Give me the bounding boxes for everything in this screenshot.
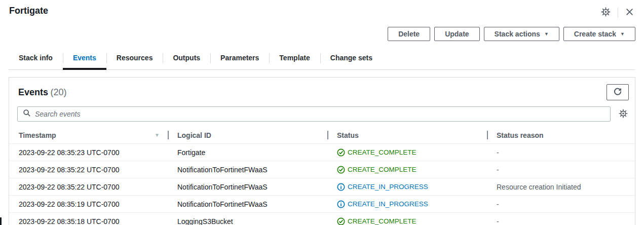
- event-timestamp: 2023-09-22 08:35:23 UTC-0700: [9, 148, 168, 157]
- event-timestamp: 2023-09-22 08:35:22 UTC-0700: [9, 166, 168, 174]
- header-divider: [618, 8, 618, 18]
- close-button[interactable]: [624, 7, 635, 19]
- events-panel-title: Events (20): [18, 87, 67, 98]
- table-body: 2023-09-22 08:35:23 UTC-0700 Fortigate C…: [9, 144, 635, 225]
- column-header-timestamp[interactable]: Timestamp ▼: [9, 127, 168, 143]
- events-count: (20): [50, 87, 66, 97]
- event-status-reason: -: [487, 148, 635, 157]
- event-logical-id: NotificationToFortinetFWaaS: [168, 200, 327, 208]
- status-label: CREATE_COMPLETE: [348, 148, 416, 156]
- stack-actions-toolbar: Delete Update Stack actions ▼ Create sta…: [0, 19, 644, 41]
- sort-desc-icon[interactable]: ▼: [155, 132, 163, 138]
- column-label: Status: [337, 131, 359, 139]
- settings-button[interactable]: [600, 6, 612, 19]
- tab-stack-info[interactable]: Stack info: [9, 49, 63, 70]
- search-row: [9, 104, 635, 127]
- tab-resources[interactable]: Resources: [106, 49, 163, 70]
- success-check-icon: [337, 217, 345, 225]
- tab-change-sets[interactable]: Change sets: [320, 49, 383, 70]
- info-icon: [337, 200, 345, 208]
- table-row[interactable]: 2023-09-22 08:35:22 UTC-0700 Notificatio…: [9, 161, 635, 178]
- tab-events[interactable]: Events: [63, 49, 106, 70]
- event-status: CREATE_IN_PROGRESS: [327, 200, 487, 208]
- event-timestamp: 2023-09-22 08:35:19 UTC-0700: [9, 200, 168, 208]
- refresh-icon: [613, 87, 622, 98]
- refresh-button[interactable]: [607, 84, 629, 100]
- window-header: Fortigate: [0, 0, 644, 19]
- event-status: CREATE_COMPLETE: [327, 166, 487, 174]
- events-panel: Events (20): [9, 77, 635, 225]
- cursor-artifact: [0, 217, 2, 225]
- column-header-status-reason[interactable]: Status reason: [487, 127, 635, 143]
- search-box[interactable]: [17, 106, 611, 122]
- create-stack-dropdown[interactable]: Create stack ▼: [563, 27, 635, 41]
- event-status-reason: -: [487, 217, 635, 225]
- search-icon: [23, 109, 31, 119]
- column-label: Timestamp: [19, 131, 56, 139]
- event-status-reason: -: [487, 166, 635, 174]
- column-header-status[interactable]: Status: [327, 127, 487, 143]
- search-input[interactable]: [35, 110, 605, 118]
- table-row[interactable]: 2023-09-22 08:35:22 UTC-0700 Notificatio…: [9, 178, 635, 196]
- tab-outputs[interactable]: Outputs: [163, 49, 210, 70]
- event-timestamp: 2023-09-22 08:35:22 UTC-0700: [9, 183, 168, 191]
- caret-down-icon: ▼: [544, 30, 549, 38]
- info-icon: [337, 183, 345, 191]
- events-title-text: Events: [18, 87, 48, 97]
- update-button-label: Update: [445, 30, 469, 38]
- stack-actions-dropdown[interactable]: Stack actions ▼: [484, 27, 559, 41]
- event-status: CREATE_COMPLETE: [327, 217, 487, 225]
- stack-tabs: Stack info Events Resources Outputs Para…: [9, 49, 635, 70]
- stack-actions-label: Stack actions: [495, 30, 540, 38]
- delete-button-label: Delete: [398, 30, 420, 38]
- column-header-logical-id[interactable]: Logical ID: [168, 127, 327, 143]
- success-check-icon: [337, 166, 345, 174]
- status-label: CREATE_COMPLETE: [348, 217, 416, 225]
- events-panel-header: Events (20): [9, 78, 635, 104]
- success-check-icon: [337, 148, 345, 157]
- status-label: CREATE_IN_PROGRESS: [348, 200, 428, 208]
- event-status-reason: Resource creation Initiated: [487, 183, 635, 191]
- create-stack-label: Create stack: [574, 30, 616, 38]
- column-label: Logical ID: [177, 131, 211, 139]
- tab-template[interactable]: Template: [269, 49, 320, 70]
- table-row[interactable]: 2023-09-22 08:35:18 UTC-0700 LoggingS3Bu…: [9, 213, 635, 225]
- tab-parameters[interactable]: Parameters: [210, 49, 269, 70]
- event-logical-id: NotificationToFortinetFWaaS: [168, 183, 327, 191]
- page-title: Fortigate: [9, 6, 48, 16]
- table-preferences-button[interactable]: [618, 108, 629, 121]
- gear-icon: [601, 7, 611, 18]
- event-status: CREATE_IN_PROGRESS: [327, 183, 487, 191]
- caret-down-icon: ▼: [620, 30, 625, 38]
- table-row[interactable]: 2023-09-22 08:35:23 UTC-0700 Fortigate C…: [9, 144, 635, 161]
- update-button[interactable]: Update: [434, 27, 479, 41]
- gear-icon: [619, 109, 628, 120]
- status-label: CREATE_IN_PROGRESS: [348, 183, 428, 191]
- event-status: CREATE_COMPLETE: [327, 148, 487, 157]
- table-header: Timestamp ▼ Logical ID Status Status rea…: [9, 127, 635, 144]
- event-logical-id: NotificationToFortinetFWaaS: [168, 166, 327, 174]
- delete-button[interactable]: Delete: [388, 27, 430, 41]
- column-label: Status reason: [497, 131, 544, 139]
- event-timestamp: 2023-09-22 08:35:18 UTC-0700: [9, 217, 168, 225]
- close-icon: [625, 8, 634, 18]
- event-logical-id: LoggingS3Bucket: [168, 217, 327, 225]
- status-label: CREATE_COMPLETE: [348, 166, 416, 173]
- table-row[interactable]: 2023-09-22 08:35:19 UTC-0700 Notificatio…: [9, 196, 635, 213]
- event-logical-id: Fortigate: [168, 148, 327, 157]
- event-status-reason: -: [487, 200, 635, 208]
